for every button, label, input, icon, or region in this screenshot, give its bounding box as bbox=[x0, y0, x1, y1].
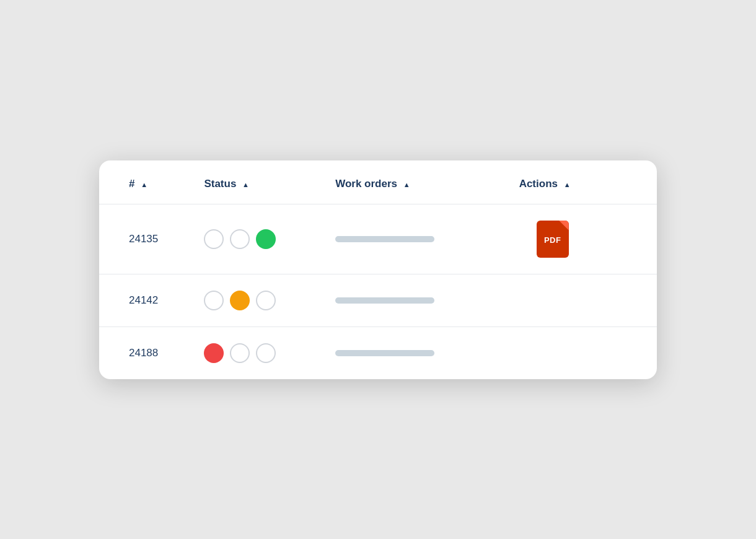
col-header-work-orders[interactable]: Work orders ▲ bbox=[335, 160, 519, 204]
col-number-sort-icon: ▲ bbox=[141, 181, 147, 188]
col-work-orders-sort-icon: ▲ bbox=[403, 181, 410, 188]
col-status-label: Status bbox=[204, 178, 236, 190]
col-work-orders-label: Work orders bbox=[335, 178, 397, 190]
status-circle-green[interactable] bbox=[256, 229, 276, 249]
col-status-sort-icon: ▲ bbox=[242, 181, 249, 188]
actions-cell-24188 bbox=[519, 326, 657, 379]
status-circle-3[interactable] bbox=[256, 343, 276, 363]
pdf-label: PDF bbox=[544, 235, 561, 245]
work-order-bar bbox=[335, 350, 434, 356]
row-number-24142: 24142 bbox=[99, 274, 204, 326]
row-number-24188: 24188 bbox=[99, 326, 204, 379]
work-orders-cell-24188 bbox=[335, 326, 519, 379]
col-header-number[interactable]: # ▲ bbox=[99, 160, 204, 204]
status-cell-24142 bbox=[204, 274, 335, 326]
status-circles-24142 bbox=[204, 291, 335, 310]
col-actions-sort-icon: ▲ bbox=[564, 181, 571, 188]
work-order-bar bbox=[335, 297, 434, 304]
work-order-bar bbox=[335, 236, 434, 242]
main-card: # ▲ Status ▲ Work orders ▲ Actions ▲ bbox=[99, 160, 657, 379]
col-number-label: # bbox=[129, 178, 134, 190]
col-actions-label: Actions bbox=[519, 178, 558, 190]
table-row: 24188 bbox=[99, 326, 657, 379]
actions-cell-24142 bbox=[519, 274, 657, 326]
col-header-status[interactable]: Status ▲ bbox=[204, 160, 335, 204]
work-orders-cell-24142 bbox=[335, 274, 519, 326]
data-table: # ▲ Status ▲ Work orders ▲ Actions ▲ bbox=[99, 160, 657, 379]
table-header-row: # ▲ Status ▲ Work orders ▲ Actions ▲ bbox=[99, 160, 657, 204]
col-header-actions[interactable]: Actions ▲ bbox=[519, 160, 657, 204]
status-circle-orange[interactable] bbox=[230, 291, 250, 310]
status-cell-24188 bbox=[204, 326, 335, 379]
work-orders-cell-24135 bbox=[335, 204, 519, 274]
status-circles-24135 bbox=[204, 229, 335, 249]
status-cell-24135 bbox=[204, 204, 335, 274]
pdf-button-24135[interactable]: PDF bbox=[537, 221, 569, 258]
status-circle-1[interactable] bbox=[204, 291, 224, 310]
table-row: 24135 PDF bbox=[99, 204, 657, 274]
status-circle-2[interactable] bbox=[230, 229, 250, 249]
status-circle-red[interactable] bbox=[204, 343, 224, 363]
row-number-24135: 24135 bbox=[99, 204, 204, 274]
status-circle-1[interactable] bbox=[204, 229, 224, 249]
actions-cell-24135: PDF bbox=[519, 204, 657, 274]
status-circles-24188 bbox=[204, 343, 335, 363]
status-circle-3[interactable] bbox=[256, 291, 276, 310]
table-row: 24142 bbox=[99, 274, 657, 326]
status-circle-2[interactable] bbox=[230, 343, 250, 363]
